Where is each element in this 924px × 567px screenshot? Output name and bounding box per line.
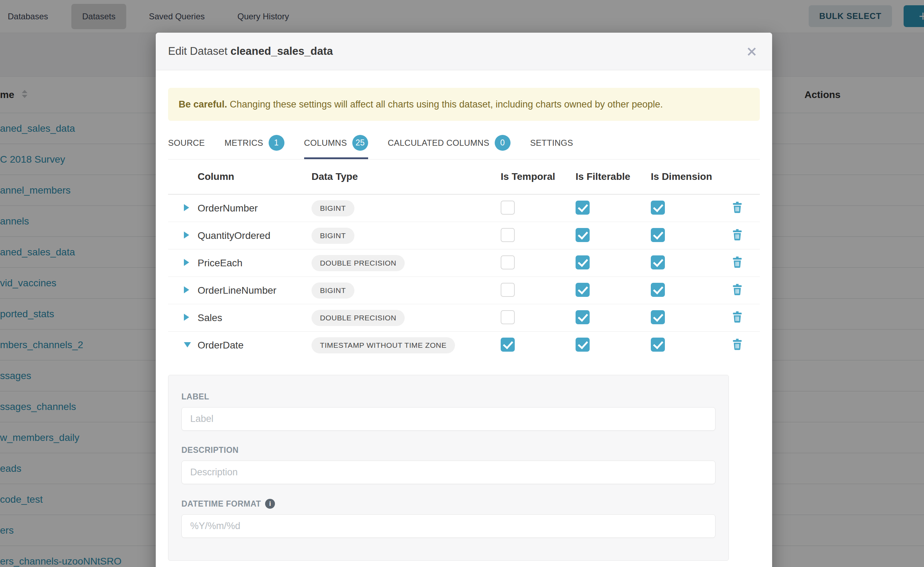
label-text: DESCRIPTION bbox=[181, 446, 239, 455]
data-type-pill: TIMESTAMP WITHOUT TIME ZONE bbox=[312, 337, 455, 353]
trash-icon bbox=[732, 311, 743, 323]
caret-right-icon[interactable] bbox=[184, 286, 189, 293]
trash-icon bbox=[732, 284, 743, 296]
temporal-cell bbox=[501, 338, 576, 353]
delete-column-button[interactable] bbox=[732, 202, 743, 214]
expand-cell bbox=[168, 342, 198, 349]
warning-bold: Be careful. bbox=[179, 99, 227, 110]
is-dimension-checkbox[interactable] bbox=[651, 338, 665, 352]
modal-title: Edit Dataset cleaned_sales_data bbox=[168, 45, 333, 58]
trash-icon bbox=[732, 229, 743, 241]
column-header: Column bbox=[198, 171, 312, 182]
is-filterable-header: Is Filterable bbox=[576, 171, 651, 182]
is-dimension-checkbox[interactable] bbox=[651, 283, 665, 297]
dimension-cell bbox=[651, 283, 732, 298]
data-type-cell: BIGINT bbox=[312, 200, 501, 216]
warning-text: Be careful. Changing these settings will… bbox=[179, 99, 663, 110]
caret-down-icon[interactable] bbox=[184, 342, 191, 347]
dimension-cell bbox=[651, 201, 732, 216]
filterable-cell bbox=[576, 310, 651, 326]
temporal-cell bbox=[501, 228, 576, 243]
modal-header: Edit Dataset cleaned_sales_data bbox=[156, 33, 772, 70]
is-temporal-checkbox[interactable] bbox=[501, 228, 515, 242]
column-row: Sales DOUBLE PRECISION bbox=[168, 304, 760, 332]
caret-right-icon[interactable] bbox=[184, 204, 189, 211]
data-type-cell: BIGINT bbox=[312, 228, 501, 244]
is-dimension-checkbox[interactable] bbox=[651, 201, 665, 214]
tab-metrics[interactable]: METRICS 1 bbox=[224, 135, 284, 159]
tab-label: SETTINGS bbox=[530, 138, 573, 148]
delete-cell bbox=[732, 256, 760, 270]
tab-label: SOURCE bbox=[168, 138, 205, 148]
is-temporal-checkbox[interactable] bbox=[501, 201, 515, 214]
is-dimension-checkbox[interactable] bbox=[651, 255, 665, 270]
tab-badge: 25 bbox=[352, 135, 368, 151]
delete-column-button[interactable] bbox=[732, 339, 743, 351]
label-input[interactable] bbox=[181, 407, 715, 431]
delete-cell bbox=[732, 311, 760, 325]
warning-banner: Be careful. Changing these settings will… bbox=[168, 88, 760, 121]
expand-cell bbox=[168, 314, 198, 322]
warning-rest: Changing these settings will affect all … bbox=[227, 99, 663, 110]
tab-columns[interactable]: COLUMNS 25 bbox=[304, 135, 368, 159]
close-icon bbox=[746, 46, 758, 58]
label-text: DATETIME FORMAT bbox=[181, 499, 261, 508]
is-filterable-checkbox[interactable] bbox=[576, 201, 590, 214]
data-type-header: Data Type bbox=[312, 171, 501, 182]
is-temporal-checkbox[interactable] bbox=[501, 338, 515, 352]
dimension-cell bbox=[651, 310, 732, 326]
description-input[interactable] bbox=[181, 460, 715, 484]
caret-right-icon[interactable] bbox=[184, 314, 189, 321]
is-filterable-checkbox[interactable] bbox=[576, 228, 590, 242]
filterable-cell bbox=[576, 201, 651, 216]
trash-icon bbox=[732, 202, 743, 214]
data-type-cell: TIMESTAMP WITHOUT TIME ZONE bbox=[312, 337, 501, 353]
delete-cell bbox=[732, 202, 760, 215]
column-name: OrderDate bbox=[198, 340, 312, 351]
is-dimension-checkbox[interactable] bbox=[651, 228, 665, 242]
tab-settings[interactable]: SETTINGS bbox=[530, 135, 573, 159]
column-name: OrderLineNumber bbox=[198, 285, 312, 296]
is-filterable-checkbox[interactable] bbox=[576, 338, 590, 352]
tab-calculated-columns[interactable]: CALCULATED COLUMNS 0 bbox=[388, 135, 510, 159]
column-row: OrderNumber BIGINT bbox=[168, 195, 760, 222]
delete-column-button[interactable] bbox=[732, 311, 743, 323]
delete-column-button[interactable] bbox=[732, 256, 743, 268]
datetime-format-input[interactable] bbox=[181, 514, 715, 538]
data-type-cell: DOUBLE PRECISION bbox=[312, 310, 501, 326]
trash-icon bbox=[732, 339, 743, 351]
delete-column-button[interactable] bbox=[732, 229, 743, 241]
info-icon[interactable]: i bbox=[265, 499, 275, 508]
close-button[interactable] bbox=[745, 45, 758, 58]
caret-right-icon[interactable] bbox=[184, 231, 189, 238]
data-type-pill: BIGINT bbox=[312, 228, 354, 244]
tab-label: CALCULATED COLUMNS bbox=[388, 138, 489, 148]
tab-source[interactable]: SOURCE bbox=[168, 135, 205, 159]
tab-badge: 0 bbox=[495, 135, 510, 151]
temporal-cell bbox=[501, 201, 576, 216]
data-type-pill: DOUBLE PRECISION bbox=[312, 310, 405, 326]
column-name: PriceEach bbox=[198, 258, 312, 269]
tab-badge: 1 bbox=[269, 135, 284, 151]
column-name: OrderNumber bbox=[198, 203, 312, 214]
is-temporal-checkbox[interactable] bbox=[501, 283, 515, 297]
caret-right-icon[interactable] bbox=[184, 259, 189, 266]
temporal-cell bbox=[501, 310, 576, 326]
data-type-pill: BIGINT bbox=[312, 200, 354, 216]
tab-label: METRICS bbox=[224, 138, 263, 148]
is-dimension-checkbox[interactable] bbox=[651, 310, 665, 324]
is-filterable-checkbox[interactable] bbox=[576, 310, 590, 324]
is-temporal-checkbox[interactable] bbox=[501, 310, 515, 324]
is-filterable-checkbox[interactable] bbox=[576, 255, 590, 270]
dimension-cell bbox=[651, 338, 732, 353]
description-field: DESCRIPTION bbox=[181, 446, 715, 484]
filterable-cell bbox=[576, 255, 651, 271]
filterable-cell bbox=[576, 228, 651, 243]
column-name: QuantityOrdered bbox=[198, 230, 312, 242]
column-detail-panel: LABEL DESCRIPTION DATETIME FORMAT i bbox=[168, 375, 729, 561]
column-row-expanded: OrderDate TIMESTAMP WITHOUT TIME ZONE bbox=[168, 332, 760, 359]
delete-column-button[interactable] bbox=[732, 284, 743, 296]
filterable-cell bbox=[576, 338, 651, 353]
is-temporal-checkbox[interactable] bbox=[501, 255, 515, 270]
is-filterable-checkbox[interactable] bbox=[576, 283, 590, 297]
